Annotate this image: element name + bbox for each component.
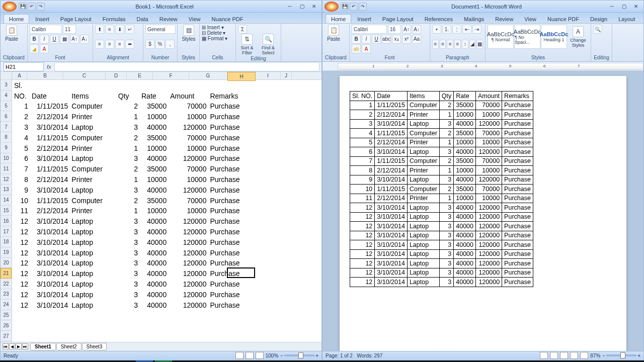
row-header[interactable]: 21	[1, 268, 12, 279]
insert-cells-button[interactable]: ⊞ Insert ▾	[202, 25, 233, 30]
font-color-button[interactable]: A	[40, 44, 49, 53]
sheet-tab[interactable]: Sheet3	[82, 343, 107, 350]
number-format-select[interactable]: General	[145, 25, 176, 34]
outline-view-button[interactable]	[570, 352, 578, 359]
borders-button[interactable]: ▦	[476, 40, 483, 49]
fx-icon[interactable]: fx	[44, 64, 54, 70]
align-center-button[interactable]: ≡	[105, 40, 114, 49]
highlight-button[interactable]: ab	[352, 44, 361, 53]
normal-view-button[interactable]	[235, 352, 244, 359]
delete-cells-button[interactable]: ⊟ Delete ▾	[202, 30, 233, 36]
qat-undo-icon[interactable]: ↶	[350, 3, 358, 11]
row-header[interactable]: 5	[1, 101, 12, 112]
grow-font-button[interactable]: A↑	[402, 25, 411, 34]
row-header[interactable]: 18	[1, 237, 12, 247]
style-card[interactable]: AaBbCcDcHeading 1	[541, 25, 567, 49]
maximize-button[interactable]: ▢	[296, 3, 307, 11]
tab-layout[interactable]: Layout	[613, 15, 640, 23]
sheet-nav-first[interactable]: ⏮	[3, 343, 9, 349]
col-header[interactable]: A	[12, 72, 27, 79]
row-header[interactable]: 14	[1, 195, 12, 206]
word-count[interactable]: Words: 297	[357, 353, 382, 358]
col-header[interactable]: I	[256, 72, 281, 79]
col-header[interactable]: F	[153, 72, 189, 79]
currency-button[interactable]: $	[145, 40, 154, 49]
superscript-button[interactable]: x²	[402, 35, 411, 44]
comma-button[interactable]: ,	[166, 40, 175, 49]
row-header[interactable]: 11	[1, 163, 12, 174]
sheet-nav-prev[interactable]: ◀	[9, 343, 15, 349]
subscript-button[interactable]: x₂	[392, 35, 401, 44]
web-layout-view-button[interactable]	[560, 352, 568, 359]
row-header[interactable]: 13	[1, 185, 12, 195]
border-button[interactable]: ▦	[60, 35, 69, 44]
tab-data[interactable]: Data	[131, 15, 153, 23]
row-header[interactable]: 15	[1, 206, 12, 216]
row-header[interactable]: 3	[1, 80, 12, 90]
tab-page-layout[interactable]: Page Layout	[377, 15, 419, 23]
maximize-button[interactable]: ▢	[618, 3, 629, 11]
row-header[interactable]: 24	[1, 300, 12, 310]
font-color-button[interactable]: A	[362, 44, 371, 53]
formula-bar[interactable]	[54, 62, 319, 71]
bold-button[interactable]: B	[30, 35, 39, 44]
tab-design[interactable]: Design	[585, 15, 612, 23]
tab-view[interactable]: View	[519, 15, 541, 23]
sheet-tab[interactable]: Sheet2	[56, 343, 82, 350]
col-header[interactable]: C	[63, 72, 106, 79]
sort-filter-button[interactable]: ⇅Sort & Filter	[238, 34, 256, 55]
tab-nuance-pdf[interactable]: Nuance PDF	[206, 15, 248, 23]
merge-button[interactable]: ⬌	[125, 40, 134, 49]
row-header[interactable]: 22	[1, 279, 12, 289]
tab-review[interactable]: Review	[154, 15, 183, 23]
change-styles-button[interactable]: AChange Styles	[568, 26, 588, 48]
increase-indent-button[interactable]: ⇥	[472, 25, 481, 34]
row-header[interactable]: 16	[1, 216, 12, 226]
numbering-button[interactable]: 1.	[442, 25, 451, 34]
col-header[interactable]: E	[127, 72, 153, 79]
tab-formulas[interactable]: Formulas	[98, 15, 131, 23]
row-header[interactable]: 26	[1, 320, 12, 331]
row-header[interactable]: 6	[1, 111, 12, 122]
col-header[interactable]: B	[27, 72, 63, 79]
line-spacing-button[interactable]: ↕	[462, 40, 468, 49]
tab-view[interactable]: View	[184, 15, 206, 23]
change-case-button[interactable]: Aa	[412, 35, 421, 44]
qat-redo-icon[interactable]: ↷	[359, 3, 367, 11]
select-all-button[interactable]	[1, 72, 12, 80]
align-top-button[interactable]: ⬆	[95, 25, 104, 34]
autosum-button[interactable]: Σ	[238, 25, 247, 34]
align-left-button[interactable]: ≡	[95, 40, 104, 49]
page-layout-view-button[interactable]	[246, 352, 254, 359]
wrap-text-button[interactable]: ↵	[125, 25, 134, 34]
shrink-font-button[interactable]: A↓	[412, 25, 421, 34]
draft-view-button[interactable]	[580, 352, 588, 359]
align-right-button[interactable]: ≡	[115, 40, 124, 49]
percent-button[interactable]: %	[155, 40, 165, 49]
tab-mailings[interactable]: Mailings	[459, 15, 489, 23]
tab-page-layout[interactable]: Page Layout	[55, 15, 97, 23]
sheet-nav-last[interactable]: ⏭	[22, 343, 28, 349]
shading-button[interactable]: ◢	[469, 40, 476, 49]
italic-button[interactable]: I	[40, 35, 49, 44]
minimize-button[interactable]: ─	[284, 3, 295, 11]
paste-button[interactable]: 📋Paste	[325, 25, 343, 42]
row-header[interactable]: 4	[1, 90, 12, 101]
sheet-nav-next[interactable]: ▶	[16, 343, 22, 349]
col-header[interactable]: D	[106, 72, 127, 79]
tab-home[interactable]: Home	[326, 14, 351, 23]
paste-button[interactable]: 📋Paste	[3, 25, 21, 42]
name-box[interactable]: H21	[4, 62, 44, 71]
tab-nuance-pdf[interactable]: Nuance PDF	[542, 15, 584, 23]
bold-button[interactable]: B	[352, 35, 361, 44]
font-name-select[interactable]: Calibri	[30, 25, 62, 34]
tab-review[interactable]: Review	[490, 15, 518, 23]
page-status[interactable]: Page: 1 of 2	[326, 353, 353, 358]
qat-save-icon[interactable]: 💾	[19, 3, 27, 11]
row-header[interactable]: 10	[1, 153, 12, 164]
tab-home[interactable]: Home	[4, 14, 29, 23]
row-header[interactable]: 25	[1, 310, 12, 321]
office-button[interactable]	[3, 2, 17, 12]
word-ruler[interactable]: 1234567	[323, 62, 643, 71]
qat-save-icon[interactable]: 💾	[341, 3, 349, 11]
